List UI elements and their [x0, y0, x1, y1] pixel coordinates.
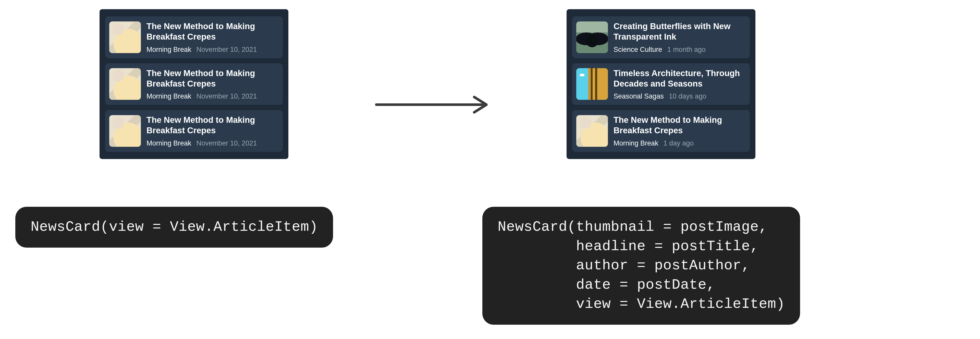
card-meta: Seasonal Sagas 10 days ago — [614, 92, 745, 100]
card-meta: Science Culture 1 month ago — [614, 46, 745, 54]
card-text: The New Method to Making Breakfast Crepe… — [146, 115, 278, 147]
news-card: The New Method to Making Breakfast Crepe… — [572, 110, 750, 152]
thumbnail-image — [109, 21, 141, 53]
card-headline: The New Method to Making Breakfast Crepe… — [146, 21, 278, 42]
card-headline: The New Method to Making Breakfast Crepe… — [614, 115, 745, 136]
card-date: 1 month ago — [667, 46, 706, 54]
card-headline: Timeless Architecture, Through Decades a… — [614, 68, 745, 89]
news-panel-left: The New Method to Making Breakfast Crepe… — [100, 9, 288, 159]
card-headline: Creating Butterflies with New Transparen… — [614, 21, 745, 42]
arrow-icon — [375, 94, 493, 115]
code-snippet-right: NewsCard(thumbnail = postImage, headline… — [482, 207, 800, 325]
card-meta: Morning Break November 10, 2021 — [146, 139, 278, 147]
thumbnail-image — [109, 68, 141, 100]
diagram-canvas: The New Method to Making Breakfast Crepe… — [0, 0, 980, 339]
card-text: The New Method to Making Breakfast Crepe… — [146, 68, 278, 100]
card-date: November 10, 2021 — [197, 46, 257, 54]
thumbnail-image — [576, 21, 608, 53]
card-author: Morning Break — [146, 92, 191, 100]
card-text: Timeless Architecture, Through Decades a… — [614, 68, 745, 100]
card-author: Science Culture — [614, 46, 662, 54]
card-text: The New Method to Making Breakfast Crepe… — [614, 115, 745, 147]
news-card: The New Method to Making Breakfast Crepe… — [105, 16, 283, 58]
code-snippet-left: NewsCard(view = View.ArticleItem) — [15, 207, 333, 248]
news-card: The New Method to Making Breakfast Crepe… — [105, 63, 283, 105]
card-text: The New Method to Making Breakfast Crepe… — [146, 21, 278, 54]
thumbnail-image — [576, 68, 608, 100]
card-author: Seasonal Sagas — [614, 92, 664, 100]
card-meta: Morning Break 1 day ago — [614, 139, 745, 147]
news-panel-right: Creating Butterflies with New Transparen… — [566, 9, 756, 159]
thumbnail-image — [109, 115, 141, 147]
card-headline: The New Method to Making Breakfast Crepe… — [146, 68, 278, 89]
card-author: Morning Break — [614, 139, 659, 147]
card-date: November 10, 2021 — [197, 139, 257, 147]
card-text: Creating Butterflies with New Transparen… — [614, 21, 745, 54]
card-meta: Morning Break November 10, 2021 — [146, 92, 278, 100]
card-headline: The New Method to Making Breakfast Crepe… — [146, 115, 278, 136]
thumbnail-image — [576, 115, 608, 147]
card-author: Morning Break — [146, 139, 191, 147]
card-date: November 10, 2021 — [197, 92, 257, 100]
news-card: Creating Butterflies with New Transparen… — [572, 16, 750, 58]
card-date: 1 day ago — [663, 139, 694, 147]
news-card: The New Method to Making Breakfast Crepe… — [105, 110, 283, 152]
card-meta: Morning Break November 10, 2021 — [146, 46, 278, 54]
news-card: Timeless Architecture, Through Decades a… — [572, 63, 750, 105]
card-author: Morning Break — [146, 46, 191, 54]
card-date: 10 days ago — [669, 92, 706, 100]
